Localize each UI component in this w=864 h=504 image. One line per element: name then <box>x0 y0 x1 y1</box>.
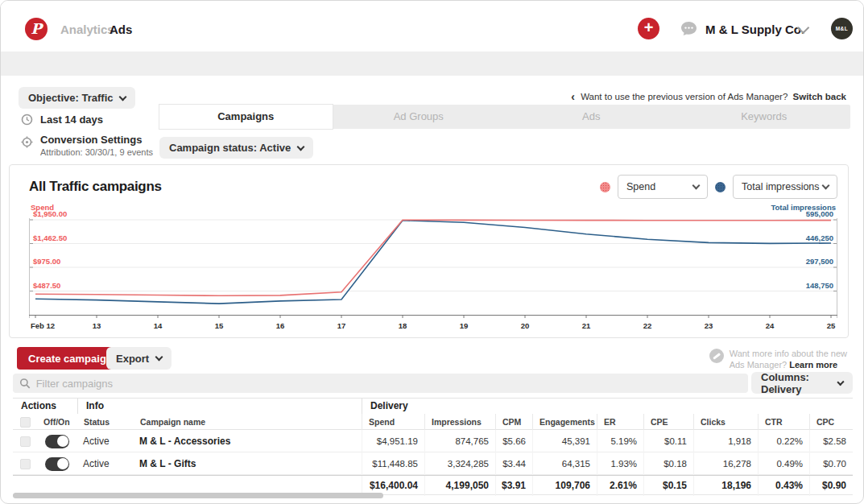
column-header-campaign-name: Campaign name <box>134 417 362 427</box>
level-tabs: CampaignsAd GroupsAdsKeywords <box>159 105 850 129</box>
top-nav: P Analytics Ads + M & L Supply Co. M&L <box>1 1 863 51</box>
chevron-down-icon <box>297 143 305 151</box>
x-tick-label: 23 <box>705 321 713 330</box>
row-checkbox[interactable] <box>20 459 31 469</box>
right-tick-label: 148,750 <box>806 281 833 290</box>
totals-cpc: $0.90 <box>809 476 853 496</box>
filter-campaigns-search <box>13 374 748 393</box>
metric-cell-er: 5.19% <box>597 430 643 452</box>
totals-cpe: $0.15 <box>643 476 693 496</box>
chart-title: All Traffic campaigns <box>29 179 162 195</box>
column-header-engagements: Engagements <box>532 414 597 430</box>
column-header-status: Status <box>77 417 134 427</box>
nav-ads[interactable]: Ads <box>110 23 132 36</box>
column-header-er: ER <box>597 414 643 430</box>
conversion-settings[interactable]: Conversion Settings Attribution: 30/30/1… <box>21 134 153 157</box>
search-input[interactable] <box>36 378 742 390</box>
off-on-toggle[interactable] <box>45 457 69 471</box>
switch-back-area: ‹ Want to use the previous version of Ad… <box>571 90 846 103</box>
column-header-impressions: Impressions <box>424 414 495 430</box>
switch-back-link[interactable]: Switch back <box>793 92 846 101</box>
campaign-name-link[interactable]: M & L - Gifts <box>134 458 362 469</box>
table-column-header: Off/OnStatusCampaign nameSpendImpression… <box>13 414 853 430</box>
x-tick-label: 16 <box>276 321 285 330</box>
create-plus-button[interactable]: + <box>638 18 659 39</box>
row-toggle-cell <box>37 457 77 471</box>
metric-cell-cpe: $0.18 <box>643 452 693 475</box>
metric-cell-ctr: 0.22% <box>758 430 809 452</box>
select-all-checkbox[interactable] <box>20 417 31 428</box>
x-tick-label: 13 <box>93 321 101 330</box>
metric2-select[interactable]: Total impressions <box>733 175 837 199</box>
columns-dropdown[interactable]: Columns: Delivery <box>751 372 853 394</box>
row-checkbox[interactable] <box>20 436 31 447</box>
pencil-circle-icon <box>709 349 724 363</box>
metric-cell-clicks: 16,278 <box>693 452 758 475</box>
date-range-filter[interactable]: Last 14 days <box>21 114 103 126</box>
column-header-clicks: Clicks <box>693 414 758 430</box>
x-tick-label: 19 <box>460 321 469 330</box>
x-tick-label: 14 <box>154 321 163 330</box>
x-tick-label: 17 <box>337 321 346 330</box>
spend-legend-dot-icon <box>600 182 610 192</box>
totals-clicks: 18,196 <box>693 476 758 496</box>
totals-er: 2.61% <box>597 476 643 496</box>
chevron-down-icon <box>837 378 845 385</box>
left-axis-title: Spend <box>31 203 54 212</box>
metric-cell-impressions: 874,765 <box>424 430 495 452</box>
metric-cell-impressions: 3,324,285 <box>424 452 495 475</box>
chart-card: All Traffic campaigns Spend Total impres… <box>9 164 849 338</box>
objective-dropdown[interactable]: Objective: Traffic <box>19 87 135 109</box>
column-group-actions: Actions <box>13 399 77 414</box>
back-chevron-icon: ‹ <box>571 90 575 103</box>
chevron-down-icon <box>692 182 701 190</box>
table-group-header: ActionsInfoDelivery <box>13 399 853 414</box>
column-header-cpm: CPM <box>495 414 532 430</box>
metric-cell-engagements: 45,391 <box>532 430 597 452</box>
status-cell: Active <box>77 436 134 447</box>
tab-campaigns[interactable]: Campaigns <box>159 105 333 129</box>
off-on-toggle[interactable] <box>45 435 69 448</box>
export-dropdown[interactable]: Export <box>106 347 172 370</box>
tab-ad-groups[interactable]: Ad Groups <box>333 105 506 129</box>
row-checkbox-cell <box>13 436 37 447</box>
objective-label: Objective: Traffic <box>28 92 113 104</box>
metric-cell-er: 1.93% <box>597 452 643 475</box>
metric1-select[interactable]: Spend <box>618 175 708 199</box>
info-line1: Want more info about the new <box>730 348 847 359</box>
nav-analytics[interactable]: Analytics <box>60 23 114 36</box>
account-name[interactable]: M & L Supply Co. <box>705 23 804 36</box>
metric-cell-clicks: 1,918 <box>693 430 758 452</box>
metric-cell-engagements: 64,315 <box>532 452 597 475</box>
pinterest-logo-icon[interactable]: P <box>25 18 48 40</box>
table-row: ActiveM & L - Gifts$11,448.853,324,285$3… <box>13 452 853 475</box>
campaigns-table: ActionsInfoDelivery Off/OnStatusCampaign… <box>13 398 853 495</box>
metric2-value: Total impressions <box>742 181 820 192</box>
account-avatar[interactable]: M&L <box>831 18 853 39</box>
left-tick-label: $1,462.50 <box>33 233 67 242</box>
new-ads-manager-info: Want more info about the new Ads Manager… <box>709 348 847 370</box>
learn-more-link[interactable]: Learn more <box>789 360 837 370</box>
x-tick-label: 22 <box>643 321 652 330</box>
chevron-down-icon <box>822 182 830 190</box>
metric-cell-cpc: $2.58 <box>809 430 853 452</box>
metric-cell-cpc: $0.70 <box>809 452 853 475</box>
clock-icon <box>21 114 33 126</box>
horizontal-scrollbar[interactable] <box>13 493 383 498</box>
metric-cell-cpm: $5.66 <box>495 430 532 452</box>
campaign-status-dropdown[interactable]: Campaign status: Active <box>159 137 313 159</box>
export-label: Export <box>116 353 149 365</box>
row-toggle-cell <box>37 435 77 448</box>
table-row: ActiveM & L - Accessories$4,951.19874,76… <box>13 430 853 452</box>
metric-cell-cpe: $0.11 <box>643 430 693 452</box>
campaign-name-link[interactable]: M & L - Accessories <box>134 436 362 447</box>
tab-keywords[interactable]: Keywords <box>678 105 851 129</box>
metric-cell-spend: $11,448.85 <box>362 452 424 475</box>
metric-cell-ctr: 0.49% <box>758 452 809 475</box>
totals-ctr: 0.43% <box>758 476 809 496</box>
totals-engagements: 109,706 <box>532 476 597 496</box>
left-tick-label: $487.50 <box>33 281 60 290</box>
tab-ads[interactable]: Ads <box>505 105 678 129</box>
spend-line <box>35 220 831 295</box>
messages-icon[interactable] <box>680 20 698 41</box>
